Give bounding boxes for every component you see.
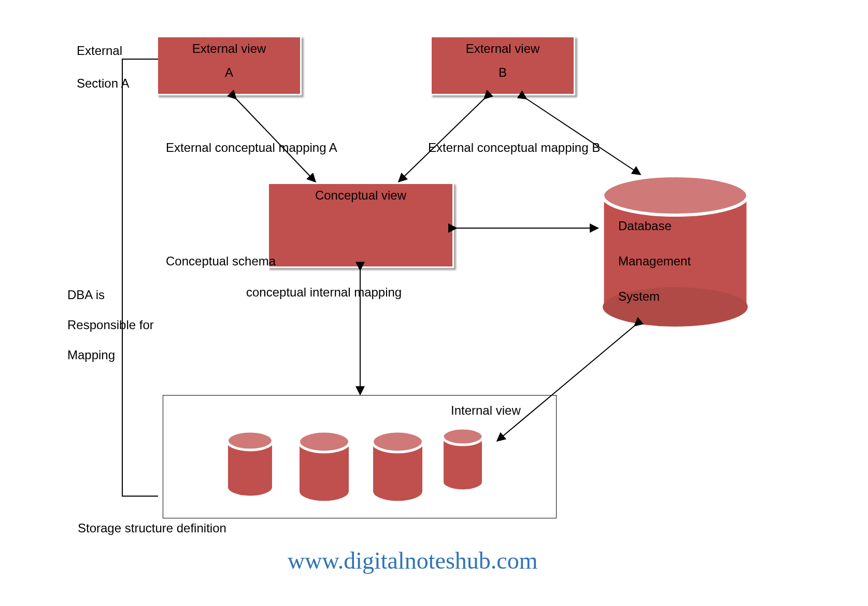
label-mapping-a: External conceptual mapping A (166, 140, 337, 155)
storage-cylinder-1 (223, 429, 277, 502)
ext-b-line1: External view (466, 41, 540, 56)
box-conceptual-view: Conceptual view (267, 182, 454, 268)
svg-point-3 (299, 431, 350, 452)
svg-line-7 (399, 98, 485, 181)
watermark: www.digitalnoteshub.com (288, 547, 538, 574)
dbms-line2: Management (618, 254, 691, 269)
label-storage-def: Storage structure definition (78, 521, 226, 535)
left-bracket (122, 59, 158, 497)
ext-b-line2: B (499, 65, 507, 80)
ext-a-line1: External view (192, 41, 266, 56)
label-conceptual-schema: Conceptual schema (166, 254, 276, 269)
box-external-view-a: External view A (156, 36, 302, 95)
svg-line-8 (526, 98, 640, 174)
label-external: External (77, 44, 122, 58)
box-external-view-b: External view B (430, 36, 575, 95)
storage-cylinder-4 (439, 426, 487, 496)
svg-line-6 (236, 98, 315, 181)
dbms-line1: Database (618, 219, 672, 233)
ext-a-line2: A (225, 65, 233, 80)
storage-cylinder-3 (368, 429, 428, 507)
svg-point-5 (443, 428, 483, 445)
svg-point-4 (373, 431, 423, 452)
label-conceptual-internal: conceptual internal mapping (246, 285, 402, 300)
dbms-line3: System (618, 289, 660, 304)
conceptual-line1: Conceptual view (315, 188, 406, 203)
storage-cylinder-2 (294, 429, 354, 507)
label-internal-view: Internal view (451, 403, 521, 418)
label-mapping-b: External conceptual mapping B (428, 140, 600, 155)
svg-point-2 (227, 431, 273, 450)
dbms-cylinder (597, 167, 753, 333)
